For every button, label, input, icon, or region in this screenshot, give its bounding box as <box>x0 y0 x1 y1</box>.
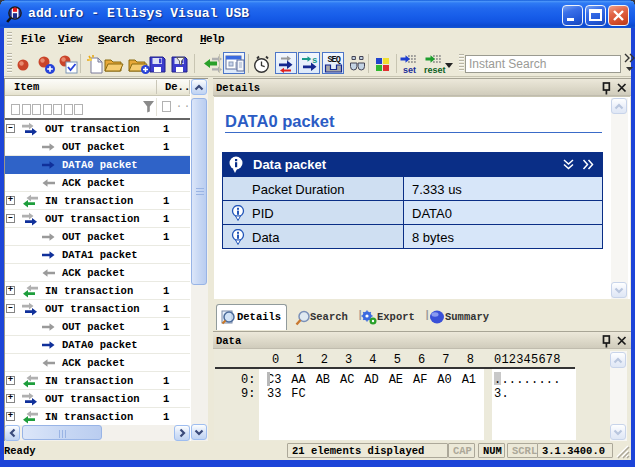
svg-text:SEQ: SEQ <box>328 55 341 65</box>
svg-text:set: set <box>403 65 416 75</box>
svg-text:reset: reset <box>424 65 446 75</box>
